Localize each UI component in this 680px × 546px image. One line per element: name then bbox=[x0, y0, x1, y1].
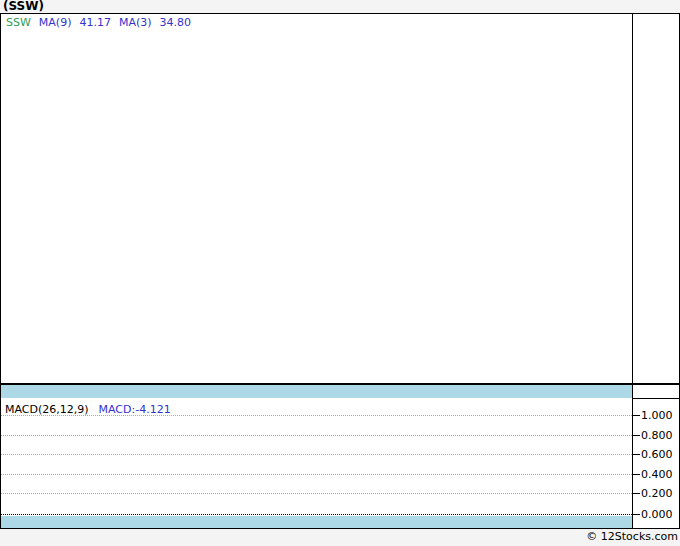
macd-axis-tick bbox=[633, 514, 640, 515]
separator-band-bottom bbox=[1, 516, 632, 528]
ma3-label: MA(3) bbox=[119, 16, 152, 29]
macd-axis-tick bbox=[633, 454, 640, 455]
ma9-label: MA(9) bbox=[39, 16, 72, 29]
ticker-label: SSW bbox=[6, 16, 31, 29]
macd-axis-tick bbox=[633, 474, 640, 475]
macd-axis-label: 0.200 bbox=[641, 487, 679, 500]
macd-axis-label: 0.000 bbox=[641, 508, 679, 521]
y-axis-divider-line bbox=[632, 14, 633, 528]
ma9-value: 41.17 bbox=[79, 16, 111, 29]
macd-axis-label: 0.400 bbox=[641, 468, 679, 481]
macd-axis-label: 0.600 bbox=[641, 448, 679, 461]
chart-frame: SSWMA(9)41.17MA(3)34.80 MACD(26,12,9)MAC… bbox=[0, 13, 680, 529]
macd-gridline-0.600 bbox=[1, 454, 632, 455]
price-panel-legend: SSWMA(9)41.17MA(3)34.80 bbox=[6, 16, 199, 29]
macd-axis-label: 0.800 bbox=[641, 429, 679, 442]
macd-zero-line bbox=[1, 514, 632, 515]
macd-gridline-1.000 bbox=[1, 415, 632, 416]
stock-chart-page: (SSW) SSWMA(9)41.17MA(3)34.80 MACD(26,12… bbox=[0, 0, 680, 546]
macd-axis-tick bbox=[633, 493, 640, 494]
separator-band-top bbox=[1, 385, 632, 398]
copyright-credit: © 12Stocks.com bbox=[586, 530, 678, 544]
macd-gridline-0.200 bbox=[1, 493, 632, 494]
macd-axis-top-border bbox=[633, 398, 679, 399]
macd-axis-tick bbox=[633, 415, 640, 416]
macd-axis-tick bbox=[633, 435, 640, 436]
page-title: (SSW) bbox=[3, 0, 44, 13]
macd-gridline-0.400 bbox=[1, 474, 632, 475]
macd-gridline-0.800 bbox=[1, 435, 632, 436]
macd-axis-label: 1.000 bbox=[641, 409, 679, 422]
ma3-value: 34.80 bbox=[160, 16, 192, 29]
